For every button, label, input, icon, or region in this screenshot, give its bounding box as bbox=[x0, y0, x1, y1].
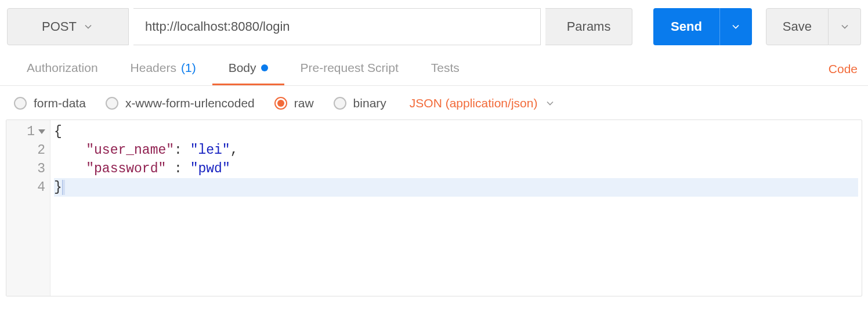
radio-icon bbox=[334, 97, 346, 110]
tab-headers[interactable]: Headers (1) bbox=[114, 52, 212, 85]
http-method-label: POST bbox=[42, 19, 77, 34]
radio-label: raw bbox=[294, 96, 314, 110]
radio-icon bbox=[106, 97, 118, 110]
line-number: 2 bbox=[6, 141, 45, 160]
radio-form-data[interactable]: form-data bbox=[14, 96, 86, 110]
url-input[interactable] bbox=[133, 8, 541, 45]
send-button-group: Send bbox=[653, 8, 752, 45]
radio-label: x-www-form-urlencoded bbox=[125, 96, 255, 110]
request-bar: POST Params Send Save bbox=[0, 0, 868, 52]
params-button[interactable]: Params bbox=[545, 8, 632, 45]
code-line: "user_name": "lei", bbox=[54, 141, 858, 160]
tab-label: Headers bbox=[131, 61, 176, 75]
save-button-group: Save bbox=[766, 8, 861, 45]
tab-body[interactable]: Body bbox=[212, 52, 284, 85]
tab-label: Tests bbox=[431, 61, 460, 75]
tab-label: Body bbox=[229, 61, 256, 75]
radio-icon bbox=[274, 97, 287, 110]
line-number: 4 bbox=[6, 178, 45, 197]
radio-raw[interactable]: raw bbox=[274, 96, 314, 110]
content-type-select[interactable]: JSON (application/json) bbox=[410, 96, 556, 110]
tab-label: Authorization bbox=[27, 61, 98, 75]
radio-label: form-data bbox=[34, 96, 86, 110]
tab-label: Pre-request Script bbox=[301, 61, 399, 75]
tab-tests[interactable]: Tests bbox=[415, 52, 476, 85]
editor-content[interactable]: { "user_name": "lei", "password" : "pwd"… bbox=[50, 120, 862, 296]
radio-binary[interactable]: binary bbox=[334, 96, 386, 110]
body-type-selector: form-data x-www-form-urlencoded raw bina… bbox=[0, 86, 868, 120]
code-line: "password" : "pwd" bbox=[54, 160, 858, 178]
radio-label: binary bbox=[353, 96, 386, 110]
save-dropdown-button[interactable] bbox=[829, 8, 861, 45]
send-dropdown-button[interactable] bbox=[719, 8, 752, 45]
fold-triangle-icon bbox=[38, 129, 45, 134]
send-button[interactable]: Send bbox=[653, 8, 719, 45]
request-tabs: Authorization Headers (1) Body Pre-reque… bbox=[0, 52, 868, 86]
radio-urlencoded[interactable]: x-www-form-urlencoded bbox=[106, 96, 255, 110]
unsaved-dot-icon bbox=[261, 64, 268, 71]
tab-authorization[interactable]: Authorization bbox=[10, 52, 114, 85]
chevron-down-icon bbox=[839, 21, 851, 32]
body-editor[interactable]: 1 2 3 4 { "user_name": "lei", "password"… bbox=[6, 120, 862, 296]
save-button[interactable]: Save bbox=[766, 8, 829, 45]
chevron-down-icon bbox=[730, 21, 742, 32]
code-line: } bbox=[54, 178, 858, 197]
content-type-label: JSON (application/json) bbox=[410, 96, 538, 110]
code-line: { bbox=[54, 122, 858, 141]
line-number: 3 bbox=[6, 160, 45, 178]
cursor-icon bbox=[62, 180, 65, 195]
generate-code-link[interactable]: Code bbox=[829, 62, 858, 76]
http-method-select[interactable]: POST bbox=[7, 8, 129, 45]
editor-gutter: 1 2 3 4 bbox=[6, 120, 50, 296]
line-number: 1 bbox=[6, 122, 45, 141]
radio-icon bbox=[14, 97, 27, 110]
chevron-down-icon bbox=[82, 21, 94, 32]
headers-count-badge: (1) bbox=[181, 61, 196, 75]
tab-prerequest-script[interactable]: Pre-request Script bbox=[284, 52, 415, 85]
chevron-down-icon bbox=[544, 97, 556, 109]
